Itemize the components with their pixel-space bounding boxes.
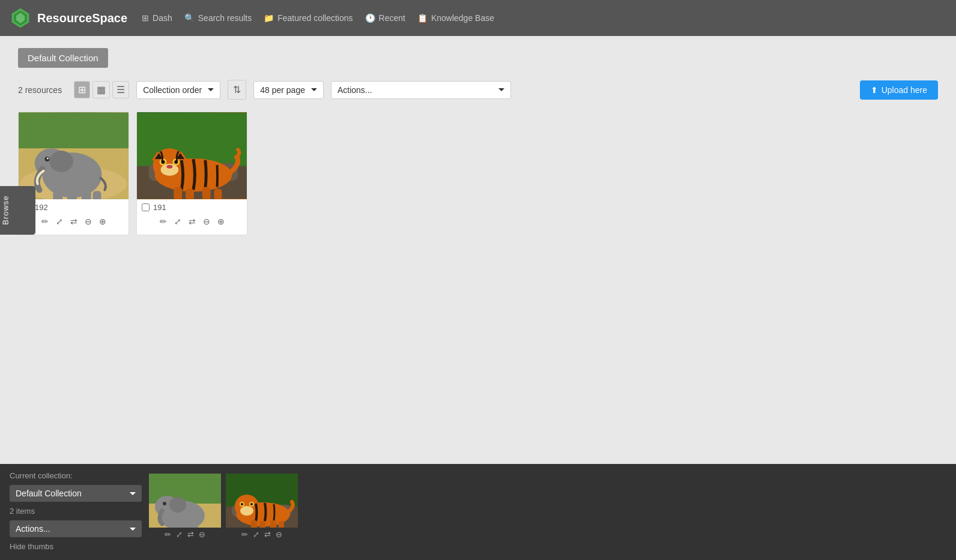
top-navigation: ResourceSpace ⊞ Dash 🔍 Search results 📁 … bbox=[0, 0, 956, 36]
collection-thumbnails: ✏ ⤢ ⇄ ⊖ bbox=[149, 471, 298, 553]
collection-order-select[interactable]: Collection order bbox=[136, 81, 220, 99]
svg-point-40 bbox=[169, 497, 186, 513]
svg-rect-42 bbox=[172, 523, 178, 528]
svg-point-53 bbox=[241, 503, 243, 505]
folder-icon: 📁 bbox=[264, 13, 274, 23]
collection-selector[interactable]: Default Collection bbox=[10, 485, 142, 502]
svg-rect-35 bbox=[214, 188, 222, 199]
svg-point-9 bbox=[49, 151, 73, 172]
chevron-down-icon bbox=[208, 88, 214, 91]
svg-rect-34 bbox=[202, 187, 211, 199]
resource-id-192: 192 bbox=[35, 203, 48, 212]
resource-row-191: 191 bbox=[137, 199, 247, 213]
svg-rect-44 bbox=[192, 523, 198, 528]
chevron-down-icon bbox=[311, 88, 317, 91]
remove-button-192[interactable]: ⊖ bbox=[83, 215, 93, 227]
browse-tab[interactable]: Browse bbox=[0, 185, 35, 234]
svg-point-31 bbox=[166, 165, 172, 169]
remove-button-191[interactable]: ⊖ bbox=[202, 215, 211, 227]
collection-thumb-elephant: ✏ ⤢ ⇄ ⊖ bbox=[149, 474, 221, 541]
cta-edit-tiger[interactable]: ✏ bbox=[241, 530, 248, 539]
add-button-191[interactable]: ⊕ bbox=[216, 215, 226, 227]
per-page-select[interactable]: 48 per page bbox=[253, 81, 324, 99]
resource-checkbox-191[interactable] bbox=[142, 203, 150, 211]
actions-dropdown[interactable]: Actions... bbox=[331, 81, 511, 99]
svg-rect-55 bbox=[251, 520, 257, 528]
cta-remove-tiger[interactable]: ⊖ bbox=[276, 530, 282, 539]
sort-button[interactable]: ⇅ bbox=[228, 80, 246, 100]
expand-button-192[interactable]: ⤢ bbox=[55, 215, 64, 227]
nav-search[interactable]: 🔍 Search results bbox=[184, 13, 252, 23]
upload-icon: ⬆ bbox=[871, 85, 878, 95]
cta-expand-elephant[interactable]: ⤢ bbox=[176, 530, 183, 539]
chevron-down-icon bbox=[130, 492, 136, 495]
clock-icon: 🕐 bbox=[365, 13, 375, 23]
toolbar: 2 resources ⊞ ▦ ☰ Collection order ⇅ 48 … bbox=[18, 80, 938, 100]
nav-items: ⊞ Dash 🔍 Search results 📁 Featured colle… bbox=[142, 13, 946, 23]
svg-rect-57 bbox=[270, 520, 276, 528]
collection-thumb-actions-elephant: ✏ ⤢ ⇄ ⊖ bbox=[149, 528, 221, 541]
view-list-button[interactable]: ☰ bbox=[112, 81, 129, 98]
view-medium-button[interactable]: ▦ bbox=[92, 81, 110, 98]
svg-rect-14 bbox=[82, 190, 91, 199]
nav-recent[interactable]: 🕐 Recent bbox=[365, 13, 405, 23]
bottom-collection-bar: Current collection: Default Collection 2… bbox=[0, 464, 956, 560]
chevron-down-icon bbox=[130, 528, 136, 531]
sort-icon: ⇅ bbox=[233, 85, 241, 95]
main-content: Default Collection 2 resources ⊞ ▦ ☰ Col… bbox=[0, 36, 956, 464]
svg-rect-58 bbox=[279, 521, 284, 528]
svg-rect-32 bbox=[174, 187, 182, 199]
hide-thumbs-button[interactable]: Hide thumbs bbox=[10, 542, 142, 551]
cta-edit-elephant[interactable]: ✏ bbox=[165, 530, 171, 539]
nav-knowledge[interactable]: 📋 Knowledge Base bbox=[417, 13, 494, 23]
collection-breadcrumb[interactable]: Default Collection bbox=[18, 48, 108, 68]
collection-elephant-svg bbox=[149, 474, 221, 528]
svg-rect-13 bbox=[67, 191, 77, 199]
share-button-192[interactable]: ⇄ bbox=[69, 215, 79, 227]
svg-rect-12 bbox=[53, 190, 62, 199]
resource-actions-191: ✏ ⤢ ⇄ ⊖ ⊕ bbox=[137, 213, 247, 230]
nav-dash[interactable]: ⊞ Dash bbox=[142, 13, 172, 23]
svg-rect-33 bbox=[186, 188, 194, 199]
edit-button-192[interactable]: ✏ bbox=[40, 215, 50, 227]
collection-thumb-img-tiger[interactable] bbox=[226, 474, 298, 528]
svg-point-54 bbox=[250, 503, 253, 505]
search-icon: 🔍 bbox=[184, 13, 195, 23]
items-count: 2 items bbox=[10, 507, 142, 516]
collection-info: Current collection: Default Collection 2… bbox=[10, 471, 142, 553]
logo-icon bbox=[10, 7, 31, 29]
add-button-192[interactable]: ⊕ bbox=[98, 215, 107, 227]
collection-thumb-img-elephant[interactable] bbox=[149, 474, 221, 528]
edit-button-191[interactable]: ✏ bbox=[159, 215, 168, 227]
elephant-image bbox=[19, 112, 129, 199]
collection-thumb-tiger: ✏ ⤢ ⇄ ⊖ bbox=[226, 474, 298, 541]
cta-expand-tiger[interactable]: ⤢ bbox=[253, 530, 259, 539]
share-button-191[interactable]: ⇄ bbox=[187, 215, 197, 227]
resource-id-191: 191 bbox=[153, 203, 166, 212]
cta-remove-elephant[interactable]: ⊖ bbox=[199, 530, 205, 539]
collection-thumb-actions-tiger: ✏ ⤢ ⇄ ⊖ bbox=[226, 528, 298, 541]
resource-grid: 192 ✏ ⤢ ⇄ ⊖ ⊕ bbox=[18, 112, 938, 235]
tiger-image bbox=[137, 112, 247, 199]
logo[interactable]: ResourceSpace bbox=[10, 7, 127, 29]
resource-thumbnail-192[interactable] bbox=[19, 112, 129, 199]
view-toggle: ⊞ ▦ ☰ bbox=[74, 81, 129, 98]
current-collection-label: Current collection: bbox=[10, 471, 142, 480]
cta-share-elephant[interactable]: ⇄ bbox=[187, 530, 194, 539]
collection-tiger-svg bbox=[226, 474, 298, 528]
upload-button[interactable]: ⬆ Upload here bbox=[860, 80, 938, 100]
svg-point-41 bbox=[163, 502, 166, 505]
resource-count: 2 resources bbox=[18, 85, 62, 95]
resource-thumbnail-191[interactable] bbox=[137, 112, 247, 199]
grid-icon: ⊞ bbox=[142, 13, 149, 23]
nav-featured[interactable]: 📁 Featured collections bbox=[264, 13, 352, 23]
chevron-down-icon bbox=[498, 88, 504, 91]
resource-card-191: 191 ✏ ⤢ ⇄ ⊖ ⊕ bbox=[136, 112, 247, 235]
svg-rect-43 bbox=[182, 523, 189, 528]
view-grid-button[interactable]: ⊞ bbox=[74, 81, 90, 98]
bottom-actions-button[interactable]: Actions... bbox=[10, 520, 142, 537]
svg-rect-15 bbox=[93, 191, 101, 199]
expand-button-191[interactable]: ⤢ bbox=[173, 215, 183, 227]
cta-share-tiger[interactable]: ⇄ bbox=[264, 530, 271, 539]
svg-rect-56 bbox=[259, 521, 265, 528]
